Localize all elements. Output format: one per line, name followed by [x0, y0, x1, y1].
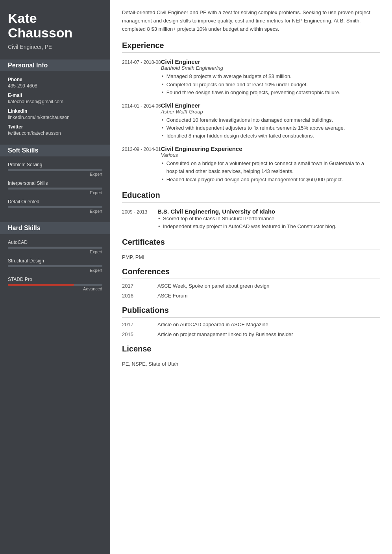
hard-skill-1-level: Expert	[8, 268, 102, 273]
education-heading: Education	[122, 191, 380, 203]
hard-skill-1-name: Structural Design	[8, 258, 102, 264]
linkedin-value: linkedin.com/in/katechausson	[8, 115, 102, 120]
soft-skill-2-bar-fill	[8, 206, 102, 208]
soft-skill-2-bar-bg	[8, 206, 102, 208]
experience-entry-1: 2014-01 - 2014-06 Civil Engineer Asher W…	[122, 102, 380, 140]
exp-2-title: Civil Engineering Experience	[161, 145, 380, 152]
exp-1-body: Civil Engineer Asher Wolff Group Conduct…	[161, 102, 380, 140]
pub-1-text: Article on project management linked to …	[157, 331, 293, 337]
soft-skill-1-name: Interpersonal Skills	[8, 180, 102, 186]
exp-1-company: Asher Wolff Group	[161, 109, 380, 115]
exp-0-bullet-2: Found three design flaws in ongoing proj…	[161, 89, 380, 97]
email-value: katechausson@gmail.com	[8, 99, 102, 104]
edu-0-body: B.S. Civil Engineering, University of Id…	[157, 208, 380, 231]
hard-skill-2-name: STADD Pro	[8, 277, 102, 282]
soft-skill-2-level: Expert	[8, 209, 102, 214]
personal-info-block: Phone 435-299-4608 E-mail katechausson@g…	[8, 77, 102, 136]
exp-2-bullet-1: Headed local playground design and proje…	[161, 176, 380, 184]
publications-heading: Publications	[122, 306, 380, 318]
candidate-title: Civil Engineer, PE	[8, 44, 102, 50]
hard-skill-0-bar-fill	[8, 247, 102, 249]
twitter-value: twitter.com/katechausson	[8, 130, 102, 136]
exp-1-bullet-0: Conducted 10 forensic investigations int…	[161, 116, 380, 124]
exp-0-bullets: Managed 8 projects with average budgets …	[161, 73, 380, 96]
hard-skill-2-level: Advanced	[8, 286, 102, 291]
license-value: PE, NSPE, State of Utah	[122, 361, 380, 367]
conference-row-0: 2017 ASCE Week, Spoke on panel about gre…	[122, 283, 380, 289]
exp-0-body: Civil Engineer Barthold Smith Engineerin…	[161, 58, 380, 96]
experience-heading: Experience	[122, 41, 380, 53]
hard-skill-2-bar-bg	[8, 284, 102, 286]
hard-skill-0-bar-bg	[8, 247, 102, 249]
summary: Detail-oriented Civil Engineer and PE wi…	[122, 9, 380, 33]
exp-1-bullet-2: Identified 8 major hidden design defects…	[161, 132, 380, 140]
hard-skill-1-bar-fill	[8, 265, 102, 267]
phone-label: Phone	[8, 77, 102, 82]
hard-skill-1-bar-bg	[8, 265, 102, 267]
soft-skill-1-bar-fill	[8, 188, 102, 190]
exp-0-company: Barthold Smith Engineering	[161, 65, 380, 71]
exp-1-date: 2014-01 - 2014-06	[122, 102, 161, 140]
soft-skill-0-bar-bg	[8, 169, 102, 171]
hard-skills-block: AutoCAD Expert Structural Design Expert …	[8, 240, 102, 291]
linkedin-label: LinkedIn	[8, 108, 102, 114]
soft-skill-0-bar-fill	[8, 169, 102, 171]
certificates-value: PMP, PMI	[122, 254, 380, 260]
phone-value: 435-299-4608	[8, 83, 102, 89]
edu-0-date: 2009 - 2013	[122, 208, 157, 231]
soft-skill-1-bar-bg	[8, 188, 102, 190]
twitter-label: Twitter	[8, 124, 102, 130]
edu-0-bullets: Scored top of the class in Structural Pe…	[157, 215, 380, 231]
education-entry-0: 2009 - 2013 B.S. Civil Engineering, Univ…	[122, 208, 380, 231]
exp-2-bullet-0: Consulted on a bridge for a volunteer pr…	[161, 160, 380, 175]
experience-entry-2: 2013-09 - 2014-01 Civil Engineering Expe…	[122, 145, 380, 183]
pub-0-year: 2017	[122, 322, 157, 327]
personal-info-heading: Personal Info	[0, 59, 110, 71]
soft-skill-0-name: Problem Solving	[8, 162, 102, 167]
experience-entry-0: 2014-07 - 2018-08 Civil Engineer Barthol…	[122, 58, 380, 96]
hard-skill-0-name: AutoCAD	[8, 240, 102, 245]
hard-skill-2-bar-fill	[8, 284, 74, 286]
edu-0-title: B.S. Civil Engineering, University of Id…	[157, 208, 380, 215]
pub-0-text: Article on AutoCAD appeared in ASCE Maga…	[157, 322, 268, 327]
exp-2-bullets: Consulted on a bridge for a volunteer pr…	[161, 160, 380, 183]
conference-row-1: 2016 ASCE Forum	[122, 293, 380, 299]
exp-2-date: 2013-09 - 2014-01	[122, 145, 161, 183]
publication-row-1: 2015 Article on project management linke…	[122, 331, 380, 337]
certificates-heading: Certificates	[122, 238, 380, 249]
pub-1-year: 2015	[122, 331, 157, 337]
exp-0-title: Civil Engineer	[161, 58, 380, 65]
license-heading: License	[122, 344, 380, 356]
sidebar: Kate Chausson Civil Engineer, PE Persona…	[0, 0, 110, 554]
soft-skill-2-name: Detail Oriented	[8, 199, 102, 204]
exp-1-bullet-1: Worked with independent adjusters to fix…	[161, 124, 380, 132]
publication-row-0: 2017 Article on AutoCAD appeared in ASCE…	[122, 322, 380, 327]
main-content: Detail-oriented Civil Engineer and PE wi…	[110, 0, 392, 554]
conf-0-text: ASCE Week, Spoke on panel about green de…	[157, 283, 270, 289]
edu-0-bullet-0: Scored top of the class in Structural Pe…	[157, 215, 380, 223]
hard-skills-heading: Hard Skills	[0, 222, 110, 234]
exp-0-date: 2014-07 - 2018-08	[122, 58, 161, 96]
candidate-name: Kate Chausson	[8, 11, 102, 41]
email-label: E-mail	[8, 93, 102, 98]
soft-skill-0-level: Expert	[8, 172, 102, 177]
conf-1-year: 2016	[122, 293, 157, 299]
exp-1-title: Civil Engineer	[161, 102, 380, 109]
conferences-heading: Conferences	[122, 267, 380, 279]
exp-0-bullet-1: Completed all projects on time and at le…	[161, 81, 380, 89]
hard-skill-0-level: Expert	[8, 249, 102, 254]
exp-2-body: Civil Engineering Experience Various Con…	[161, 145, 380, 183]
exp-1-bullets: Conducted 10 forensic investigations int…	[161, 116, 380, 140]
conf-1-text: ASCE Forum	[157, 293, 188, 299]
edu-0-bullet-1: Independent study project in AutoCAD was…	[157, 223, 380, 231]
soft-skills-heading: Soft Skills	[0, 145, 110, 156]
conf-0-year: 2017	[122, 283, 157, 289]
exp-0-bullet-0: Managed 8 projects with average budgets …	[161, 73, 380, 80]
soft-skill-1-level: Expert	[8, 190, 102, 195]
exp-2-company: Various	[161, 152, 380, 158]
soft-skills-block: Problem Solving Expert Interpersonal Ski…	[8, 162, 102, 214]
